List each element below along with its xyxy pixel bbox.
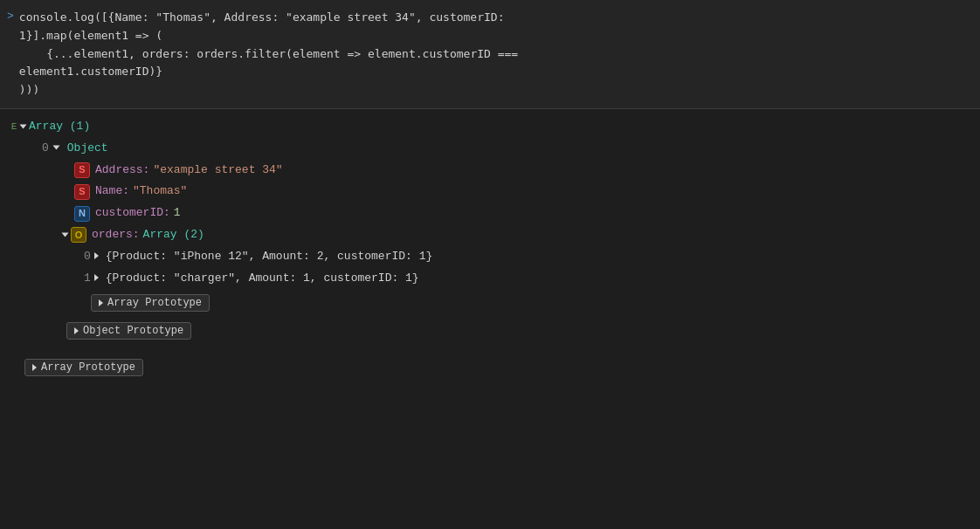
- object-collapse-icon[interactable]: [52, 146, 59, 150]
- array-root-row[interactable]: E Array (1): [0, 116, 980, 138]
- array-collapse-icon[interactable]: [20, 125, 27, 129]
- object-badge-orders: O: [71, 227, 86, 243]
- array-prototype-outer-row: Array Prototype: [0, 354, 980, 381]
- order-1-row[interactable]: 1 {Product: "charger", Amount: 1, custom…: [0, 268, 980, 290]
- array-prototype-inner-row: Array Prototype: [0, 289, 980, 317]
- customerid-value: 1: [174, 204, 181, 223]
- order-1-index: 1: [84, 270, 91, 288]
- array-prototype-inner-button[interactable]: Array Prototype: [91, 294, 210, 312]
- console-input-area: > console.log([{Name: "Thomas", Address:…: [0, 0, 980, 109]
- array-prototype-inner-label: Array Prototype: [107, 297, 202, 309]
- name-key: Name:: [95, 182, 129, 201]
- object-prototype-icon: [74, 327, 79, 334]
- console-panel: > console.log([{Name: "Thomas", Address:…: [0, 0, 980, 529]
- customerid-key: customerID:: [95, 204, 170, 223]
- object-label: Object: [67, 140, 108, 158]
- customerid-row: N customerID: 1: [0, 203, 980, 224]
- array-label: Array (1): [29, 118, 90, 136]
- name-value: "Thomas": [133, 182, 187, 201]
- orders-collapse-icon[interactable]: [62, 233, 69, 237]
- array-prototype-outer-label: Array Prototype: [41, 361, 135, 374]
- orders-row[interactable]: O orders: Array (2): [0, 224, 980, 246]
- log-icon: E: [3, 120, 21, 135]
- array-prototype-outer-icon: [32, 364, 37, 371]
- address-key: Address:: [95, 161, 149, 180]
- order-0-index: 0: [84, 248, 91, 266]
- string-badge-name: S: [74, 184, 90, 200]
- console-output: E Array (1) 0 Object S Address: "example…: [0, 109, 980, 529]
- orders-label: Array (2): [143, 226, 204, 244]
- orders-key: orders:: [92, 226, 140, 244]
- string-badge-address: S: [74, 162, 90, 178]
- address-value: "example street 34": [153, 161, 282, 180]
- console-prompt: >: [7, 10, 14, 23]
- number-badge-customerid: N: [74, 206, 90, 222]
- order-1-value: {Product: "charger", Amount: 1, customer…: [106, 270, 419, 288]
- object-row[interactable]: 0 Object: [0, 138, 980, 160]
- order-0-expand-icon[interactable]: [94, 252, 99, 259]
- array-prototype-outer-button[interactable]: Array Prototype: [24, 359, 143, 376]
- order-1-expand-icon[interactable]: [94, 274, 99, 281]
- object-prototype-row: Object Prototype: [0, 317, 980, 345]
- array-prototype-inner-icon: [99, 299, 103, 306]
- order-0-row[interactable]: 0 {Product: "iPhone 12", Amount: 2, cust…: [0, 246, 980, 268]
- object-prototype-label: Object Prototype: [83, 325, 183, 337]
- object-prototype-button[interactable]: Object Prototype: [66, 322, 191, 340]
- console-code: console.log([{Name: "Thomas", Address: "…: [19, 9, 518, 100]
- order-0-value: {Product: "iPhone 12", Amount: 2, custom…: [106, 248, 432, 266]
- name-row: S Name: "Thomas": [0, 181, 980, 203]
- index-0-label: 0: [42, 140, 49, 158]
- address-row: S Address: "example street 34": [0, 160, 980, 182]
